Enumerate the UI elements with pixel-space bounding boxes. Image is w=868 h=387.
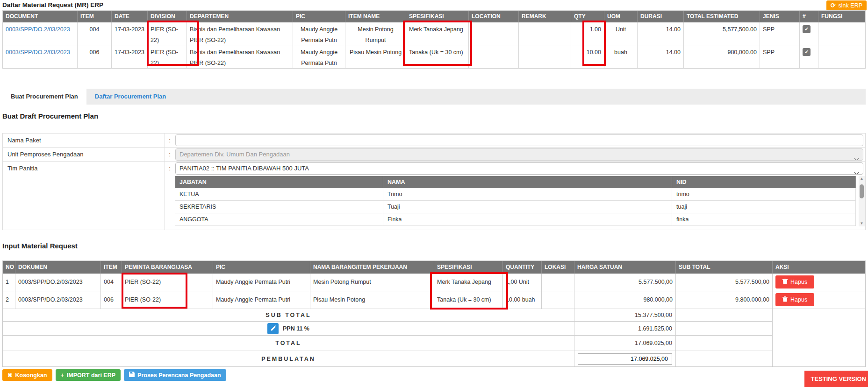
mr-header-row: DOCUMENT ITEM DATE DIVISION DEPARTEMEN P…	[3, 11, 865, 22]
document-link[interactable]: 0003/SPP/DO.2/03/2023	[6, 49, 70, 56]
cell-no: 2	[3, 291, 15, 309]
spacer	[773, 351, 865, 366]
mr-table: DOCUMENT ITEM DATE DIVISION DEPARTEMEN P…	[2, 10, 866, 69]
imr-row-2: 2 0003/SPP/DO.2/03/2023 006 PIER (SO-22)…	[3, 291, 865, 309]
refresh-icon: ⟳	[831, 2, 836, 9]
imr-table: NO DOKUMEN ITEM PEMINTA BARANG/JASA PIC …	[2, 260, 866, 367]
cell-lokasi	[542, 274, 574, 291]
proses-perencana-button[interactable]: Proses Perencana Pengadaan	[124, 369, 226, 381]
col-header-durasi: DURASI	[638, 11, 684, 22]
empty-cell	[676, 309, 773, 322]
footer-toolbar: ✖ Kosongkan + IMPORT dari ERP Proses Per…	[2, 369, 226, 381]
colon: :	[165, 148, 174, 161]
cell-dokumen: 0003/SPP/DO.2/03/2023	[15, 274, 101, 291]
subtotal-value: 15.377.500,00	[574, 309, 676, 322]
pembulatan-row: PEMBULATAN	[3, 351, 865, 366]
draft-heading: Buat Draft Procurement Plan	[2, 112, 98, 120]
cell-division: PIER (SO-22)	[148, 45, 187, 68]
check-icon: ✔	[804, 26, 809, 32]
kosongkan-label: Kosongkan	[15, 372, 47, 379]
unit-pemproses-label: Unit Pemproses Pengadaan	[3, 148, 165, 161]
col-header-nama-barang: NAMA BARANG/ITEM PEKERJAAN	[310, 261, 434, 274]
cell-nama-barang: Pisau Mesin Potong	[310, 291, 434, 309]
col-header-jabatan: JABATAN	[175, 176, 383, 188]
row-checkbox[interactable]: ✔	[803, 25, 811, 33]
cell-checkbox: ✔	[800, 45, 818, 68]
cell-peminta: PIER (SO-22)	[122, 274, 213, 291]
scroll-up-icon[interactable]: ▲	[859, 176, 865, 182]
imr-header-row: NO DOKUMEN ITEM PEMINTA BARANG/JASA PIC …	[3, 261, 865, 274]
scrollbar-thumb[interactable]	[860, 184, 864, 198]
cell-spesifikasi: Merk Tanaka Jepang	[406, 22, 469, 45]
cell-item: 004	[101, 274, 122, 291]
panitia-row-ketua: KETUA Trimo trimo	[175, 188, 856, 201]
cell-location	[469, 45, 519, 68]
col-header-departemen: DEPARTEMEN	[187, 11, 293, 22]
import-label: IMPORT dari ERP	[67, 372, 115, 379]
sink-erp-label: sink ERP	[839, 2, 862, 9]
plus-icon: +	[61, 372, 64, 379]
subtotal-row: SUB TOTAL 15.377.500,00	[3, 309, 865, 322]
ppn-label: PPN 11 %	[283, 325, 309, 332]
panitia-header-row: JABATAN NAMA NID	[175, 176, 856, 188]
cell-uom: buah	[604, 45, 638, 68]
col-header-nama: NAMA	[383, 176, 672, 188]
page-title: Daftar Material Request (MR) ERP	[2, 1, 103, 8]
row-checkbox[interactable]: ✔	[803, 48, 811, 56]
col-header-pic: PIC	[293, 11, 345, 22]
empty-cell	[676, 322, 773, 336]
cell-qty: 10.00	[571, 45, 604, 68]
cell-qty: 1.00	[571, 22, 604, 45]
hapus-label: Hapus	[790, 296, 807, 303]
col-header-division: DIVISION	[148, 11, 187, 22]
hapus-button[interactable]: Hapus	[775, 293, 814, 306]
cell-lokasi	[542, 291, 574, 309]
cell-uom: Unit	[604, 22, 638, 45]
col-header-document: DOCUMENT	[3, 11, 78, 22]
imr-row-1: 1 0003/SPP/DO.2/03/2023 004 PIER (SO-22)…	[3, 274, 865, 291]
kosongkan-button[interactable]: ✖ Kosongkan	[2, 369, 52, 381]
form-row-tim-panitia: Tim Panitia : PANITIA02 :: TIM PANITIA D…	[3, 162, 865, 230]
cell-aksi: Hapus	[773, 291, 865, 309]
cell-spesifikasi: Merk Tanaka Jepang	[434, 274, 503, 291]
hapus-button[interactable]: Hapus	[775, 275, 814, 288]
cell-durasi: 14.00	[638, 22, 684, 45]
panitia-scrollbar[interactable]: ▲ ▼	[859, 176, 865, 226]
col-header-pic: PIC	[213, 261, 310, 274]
nama-paket-label: Nama Paket	[3, 134, 165, 147]
cell-nid: trimo	[672, 188, 856, 201]
pembulatan-input[interactable]	[578, 353, 672, 365]
edit-ppn-button[interactable]	[267, 323, 279, 334]
trash-icon	[782, 278, 788, 286]
col-header-qty: QTY	[571, 11, 604, 22]
cell-date: 17-03-2023	[112, 45, 148, 68]
spacer	[773, 336, 865, 351]
tab-daftar-procurement-plan[interactable]: Daftar Procurement Plan	[86, 89, 174, 105]
form-row-nama-paket: Nama Paket :	[3, 134, 865, 148]
sink-erp-button[interactable]: ⟳ sink ERP	[826, 0, 867, 11]
tab-buat-procurement-plan[interactable]: Buat Procurement Plan	[2, 89, 86, 105]
tab-strip: Buat Procurement Plan Daftar Procurement…	[2, 89, 866, 105]
ppn-label-cell: PPN 11 %	[3, 322, 574, 336]
scroll-down-icon[interactable]: ▼	[859, 221, 865, 226]
cell-nama: Finka	[383, 213, 672, 226]
import-erp-button[interactable]: + IMPORT dari ERP	[56, 369, 121, 381]
col-header-item-name: ITEM NAME	[345, 11, 406, 22]
document-link[interactable]: 0003/SPP/DO.2/03/2023	[6, 26, 70, 33]
cell-quantity: 1,00 Unit	[503, 274, 542, 291]
cell-checkbox: ✔	[800, 22, 818, 45]
tim-panitia-label: Tim Panitia	[3, 162, 165, 230]
cell-spesifikasi: Tanaka (Uk = 30 cm)	[434, 291, 503, 309]
cell-departemen: Bisnis dan Pemeliharaan Kawasan PIER (SO…	[187, 45, 293, 68]
cell-no: 1	[3, 274, 15, 291]
col-header-no: NO	[3, 261, 15, 274]
tim-panitia-select[interactable]: PANITIA02 :: TIM PANITIA DIBAWAH 500 JUT…	[175, 162, 863, 175]
unit-pemproses-select[interactable]: Departemen Div. Umum Dan Pengadaan	[175, 148, 863, 161]
cell-nama: Tuaji	[383, 201, 672, 213]
col-header-lokasi: LOKASI	[542, 261, 574, 274]
col-header-hash: #	[800, 11, 818, 22]
nama-paket-input[interactable]	[175, 134, 863, 146]
mr-row-2: 0003/SPP/DO.2/03/2023 006 17-03-2023 PIE…	[3, 45, 865, 68]
cell-document: 0003/SPP/DO.2/03/2023	[3, 45, 78, 68]
cell-total-estimated: 980,000.00	[684, 45, 760, 68]
